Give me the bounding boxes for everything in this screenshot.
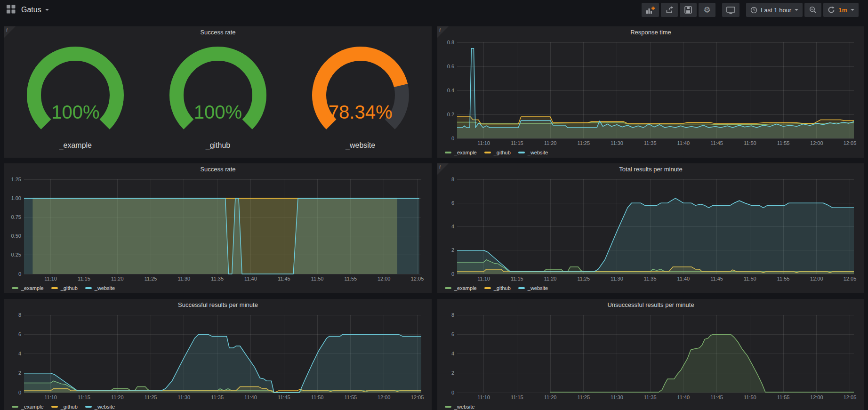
svg-text:6: 6 — [18, 331, 21, 337]
svg-text:11:25: 11:25 — [577, 394, 590, 400]
refresh-picker[interactable]: 1m — [823, 3, 859, 17]
legend-swatch — [12, 287, 18, 289]
dashboard-grid-icon[interactable] — [7, 5, 16, 16]
svg-text:11:25: 11:25 — [145, 394, 157, 400]
tv-icon — [726, 6, 735, 14]
panel-success-rate-graph: Success rate 00.250.500.751.001.2511:101… — [4, 163, 432, 293]
legend-item-website[interactable]: _website — [445, 404, 474, 410]
svg-text:11:35: 11:35 — [211, 394, 224, 400]
svg-text:0: 0 — [18, 271, 21, 277]
add-panel-icon — [646, 6, 655, 14]
svg-text:6: 6 — [451, 200, 454, 206]
refresh-interval-label: 1m — [838, 7, 847, 14]
share-icon — [666, 6, 674, 14]
legend-swatch — [484, 287, 491, 289]
gauge-value: 78.34% — [290, 102, 431, 123]
legend-item-example[interactable]: _example — [12, 285, 44, 291]
svg-text:11:50: 11:50 — [311, 276, 324, 281]
chart-legend: _example_github_website — [7, 402, 429, 410]
panel-info-icon[interactable]: i — [4, 26, 16, 38]
legend-swatch — [445, 406, 451, 408]
chevron-down-icon — [795, 9, 798, 13]
chart-legend: _example_github_website — [7, 283, 429, 293]
chart-plot-area[interactable]: 00.20.40.60.811:1011:1511:2011:2511:3011… — [440, 39, 861, 147]
svg-text:11:40: 11:40 — [677, 140, 690, 146]
share-dashboard-button[interactable] — [661, 3, 678, 17]
dashboard-settings-button[interactable]: ⚙ — [699, 3, 715, 17]
panel-unsuccessful-results: Unsuccessful results per minute 0246811:… — [437, 299, 864, 410]
legend-item-website[interactable]: _website — [85, 285, 115, 291]
svg-text:12:00: 12:00 — [378, 394, 391, 400]
panel-title[interactable]: Total results per minute — [437, 163, 864, 176]
svg-text:12:05: 12:05 — [411, 394, 424, 400]
legend-item-github[interactable]: _github — [51, 285, 78, 291]
svg-text:11:55: 11:55 — [345, 276, 357, 281]
svg-text:11:10: 11:10 — [477, 140, 490, 146]
chevron-down-icon — [851, 9, 854, 13]
chart-plot-area[interactable]: 0246811:1011:1511:2011:2511:3011:3511:40… — [7, 311, 429, 402]
legend-item-github[interactable]: _github — [484, 150, 511, 155]
legend-item-example[interactable]: _example — [445, 285, 477, 291]
time-range-picker[interactable]: Last 1 hour — [746, 3, 803, 17]
panel-info-icon[interactable]: i — [437, 163, 449, 175]
cycle-view-mode-button[interactable] — [722, 3, 739, 17]
panel-title[interactable]: Unsuccessful results per minute — [437, 299, 864, 311]
chart-plot-area[interactable]: 0246811:1011:1511:2011:2511:3011:3511:40… — [440, 311, 861, 402]
svg-text:0: 0 — [18, 390, 21, 395]
panel-title[interactable]: Success rate — [4, 163, 432, 176]
chevron-down-icon — [45, 9, 49, 13]
gauge-value: 100% — [147, 102, 289, 123]
panel-title[interactable]: Success rate — [4, 26, 432, 39]
save-dashboard-button[interactable] — [680, 3, 697, 17]
svg-text:1.00: 1.00 — [11, 195, 21, 201]
svg-text:11:45: 11:45 — [278, 276, 290, 281]
svg-text:12:00: 12:00 — [810, 140, 823, 146]
svg-text:11:55: 11:55 — [777, 140, 790, 146]
gauge-github: 100% _github — [147, 42, 289, 150]
panel-response-time: i Response time 00.20.40.60.811:1011:151… — [437, 26, 864, 158]
svg-text:2: 2 — [451, 370, 454, 376]
legend-swatch — [445, 152, 451, 153]
legend-item-example[interactable]: _example — [445, 150, 477, 155]
legend-item-example[interactable]: _example — [12, 404, 44, 410]
svg-text:11:30: 11:30 — [611, 394, 623, 400]
legend-swatch — [12, 406, 18, 408]
legend-swatch — [484, 152, 491, 153]
svg-text:11:40: 11:40 — [244, 394, 257, 400]
legend-item-website[interactable]: _website — [85, 404, 115, 410]
legend-swatch — [51, 406, 58, 408]
chart-plot-area[interactable]: 0246811:1011:1511:2011:2511:3011:3511:40… — [440, 176, 861, 283]
legend-item-website[interactable]: _website — [518, 150, 548, 155]
legend-item-github[interactable]: _github — [51, 404, 78, 410]
dashboard-title-dropdown[interactable]: Gatus — [21, 6, 49, 14]
chart-plot-area[interactable]: 00.250.500.751.001.2511:1011:1511:2011:2… — [7, 176, 429, 283]
gauge-label: _website — [290, 141, 431, 150]
zoom-out-button[interactable] — [804, 3, 821, 17]
svg-text:11:10: 11:10 — [44, 394, 57, 400]
svg-text:0.50: 0.50 — [11, 233, 21, 239]
svg-text:11:15: 11:15 — [511, 394, 523, 400]
legend-item-github[interactable]: _github — [484, 285, 511, 291]
svg-text:11:50: 11:50 — [744, 394, 756, 400]
legend-swatch — [85, 287, 92, 289]
svg-text:0.25: 0.25 — [11, 252, 21, 257]
svg-text:8: 8 — [451, 312, 454, 318]
svg-text:8: 8 — [18, 312, 21, 318]
gauge-arc — [5, 42, 146, 141]
svg-text:11:15: 11:15 — [511, 140, 523, 146]
svg-text:1.25: 1.25 — [11, 177, 21, 182]
svg-text:12:00: 12:00 — [810, 394, 823, 400]
gauge-website: 78.34% _website — [290, 42, 431, 150]
panel-title[interactable]: Response time — [437, 26, 864, 39]
add-panel-button[interactable] — [642, 3, 659, 17]
panel-info-icon[interactable]: i — [437, 26, 449, 38]
svg-text:11:25: 11:25 — [577, 276, 590, 281]
legend-item-website[interactable]: _website — [518, 285, 548, 291]
svg-text:11:40: 11:40 — [677, 394, 690, 400]
svg-text:12:05: 12:05 — [411, 276, 424, 281]
svg-text:0.2: 0.2 — [447, 112, 454, 117]
svg-text:11:45: 11:45 — [710, 276, 723, 281]
panel-title[interactable]: Successful results per minute — [4, 299, 432, 311]
svg-text:11:20: 11:20 — [111, 394, 124, 400]
svg-text:11:20: 11:20 — [111, 276, 124, 281]
